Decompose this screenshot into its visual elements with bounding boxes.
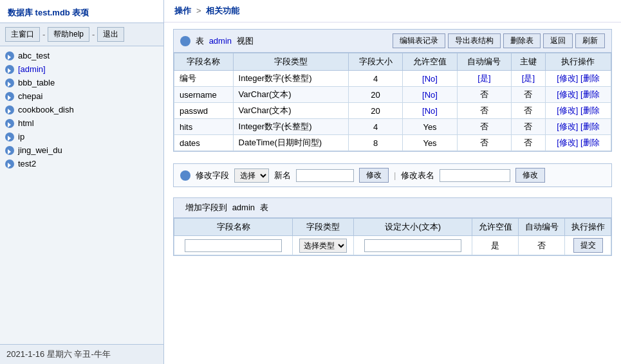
edit-field-link[interactable]: [修改]	[557, 89, 578, 99]
table-btn-2[interactable]: 删除表	[503, 33, 541, 48]
edit-field-link[interactable]: [修改]	[557, 138, 578, 147]
sidebar-item-ip[interactable]: ip	[0, 130, 163, 143]
auto-link[interactable]: [是]	[477, 73, 490, 83]
add-col-header: 字段名称	[174, 219, 293, 236]
table-section-label: 表 admin 视图	[196, 35, 254, 47]
add-field-type-select[interactable]: 选择类型	[299, 239, 347, 253]
modify-field-button[interactable]: 修改	[359, 168, 389, 183]
field-type: Integer数字(长整型)	[233, 71, 348, 87]
sidebar-item-html[interactable]: html	[0, 116, 163, 130]
arrow-icon	[5, 92, 14, 101]
field-size: 4	[348, 71, 402, 87]
field-name: dates	[174, 135, 234, 151]
arrow-icon	[5, 159, 14, 168]
delete-field-link[interactable]: [删除	[580, 105, 600, 115]
edit-field-link[interactable]: [修改]	[557, 73, 578, 83]
field-pk: 否	[512, 103, 546, 119]
field-pk[interactable]: [是]	[512, 71, 546, 87]
sidebar-item-label: [admin]	[18, 64, 46, 74]
edit-field-link[interactable]: [修改]	[557, 105, 578, 115]
new-name-label: 新名	[274, 170, 291, 181]
field-name: hits	[174, 119, 234, 135]
field-name: username	[174, 87, 234, 103]
sidebar-list-wrap: abc_test[admin]bbb_tablechepaicookbook_d…	[0, 46, 163, 344]
add-field-submit-button[interactable]: 提交	[573, 238, 603, 253]
field-auto: 否	[457, 119, 511, 135]
add-field-submit-cell: 提交	[565, 236, 611, 255]
field-nullable[interactable]: [No]	[403, 71, 457, 87]
breadcrumb-part1: 操作	[174, 6, 191, 15]
add-col-header: 自动编号	[519, 219, 565, 236]
delete-field-link[interactable]: [删除	[580, 122, 600, 131]
col-header: 允许空值	[403, 53, 457, 71]
pk-link[interactable]: [是]	[522, 73, 535, 83]
main-window-button[interactable]: 主窗口	[5, 27, 40, 42]
add-col-header: 字段类型	[293, 219, 354, 236]
delete-field-link[interactable]: [删除	[580, 138, 600, 147]
arrow-icon	[5, 65, 14, 74]
separator: |	[394, 170, 396, 180]
field-size: 8	[348, 135, 402, 151]
field-auto: 否	[457, 103, 511, 119]
sidebar-item-chepai[interactable]: chepai	[0, 89, 163, 103]
rename-table-button[interactable]: 修改	[515, 168, 545, 183]
sidebar-item-abc_test[interactable]: abc_test	[0, 49, 163, 62]
sidebar-item-admin[interactable]: [admin]	[0, 62, 163, 76]
logout-button[interactable]: 退出	[97, 27, 124, 42]
modify-refresh-icon	[180, 170, 190, 181]
delete-field-link[interactable]: [删除	[580, 89, 600, 99]
delete-field-link[interactable]: [删除	[580, 73, 600, 83]
table-section-buttons: 编辑表记录导出表结构删除表返回刷新	[393, 33, 605, 48]
nullable-link[interactable]: [No]	[422, 74, 438, 84]
sidebar-item-cookbook_dish[interactable]: cookbook_dish	[0, 103, 163, 116]
sidebar-item-label: ip	[18, 132, 24, 141]
edit-field-link[interactable]: [修改]	[557, 122, 578, 131]
add-field-name-input[interactable]	[185, 239, 282, 252]
field-ops: [修改] [删除	[545, 103, 611, 119]
separator1: -	[41, 30, 46, 39]
arrow-icon	[5, 105, 14, 114]
sidebar-footer: 2021-1-16 星期六 辛丑-牛年	[0, 344, 163, 364]
modify-field-select[interactable]: 选择	[234, 168, 269, 183]
field-size: 4	[348, 119, 402, 135]
field-nullable[interactable]: [No]	[403, 103, 457, 119]
add-col-header: 允许空值	[472, 219, 519, 236]
arrow-icon	[5, 119, 14, 128]
table-row: 编号Integer数字(长整型)4[No][是][是][修改] [删除	[174, 71, 611, 87]
field-nullable[interactable]: [No]	[403, 87, 457, 103]
refresh-icon	[180, 36, 190, 46]
rename-table-input[interactable]	[440, 169, 510, 182]
add-section: 增加字段到 admin 表 字段名称字段类型设定大小(文本)允许空值自动编号执行…	[173, 197, 612, 256]
sidebar-item-bbb_table[interactable]: bbb_table	[0, 76, 163, 89]
help-button[interactable]: 帮助help	[48, 27, 89, 42]
field-pk: 否	[512, 87, 546, 103]
breadcrumb-sep: >	[196, 6, 201, 15]
table-btn-4[interactable]: 刷新	[575, 33, 605, 48]
field-size: 20	[348, 87, 402, 103]
new-name-input[interactable]	[296, 169, 354, 182]
add-field-nullable-cell: 是	[472, 236, 519, 255]
add-field-table: 字段名称字段类型设定大小(文本)允许空值自动编号执行操作 选择类型 是	[174, 218, 611, 255]
add-field-size-input[interactable]	[364, 239, 461, 252]
field-name: 编号	[174, 71, 234, 87]
col-header: 自动编号	[457, 53, 511, 71]
sidebar-toolbar: 主窗口 - 帮助help - 退出	[0, 23, 163, 46]
nullable-link[interactable]: [No]	[422, 106, 438, 116]
nullable-link[interactable]: [No]	[422, 90, 438, 100]
sidebar-item-label: bbb_table	[18, 78, 55, 87]
sidebar-item-jing_wei_du[interactable]: jing_wei_du	[0, 143, 163, 157]
arrow-icon	[5, 78, 14, 87]
sidebar-item-test2[interactable]: test2	[0, 157, 163, 170]
field-auto: 否	[457, 87, 511, 103]
table-btn-0[interactable]: 编辑表记录	[393, 33, 445, 48]
col-header: 字段大小	[348, 53, 402, 71]
field-auto: 否	[457, 135, 511, 151]
table-btn-3[interactable]: 返回	[543, 33, 573, 48]
add-section-label: 增加字段到 admin 表	[185, 202, 268, 214]
add-field-size-cell	[354, 236, 472, 255]
field-ops: [修改] [删除	[545, 87, 611, 103]
add-field-row: 选择类型 是 否 提交	[174, 236, 611, 255]
table-btn-1[interactable]: 导出表结构	[448, 33, 501, 48]
sidebar-item-label: cookbook_dish	[18, 105, 74, 114]
field-auto[interactable]: [是]	[457, 71, 511, 87]
